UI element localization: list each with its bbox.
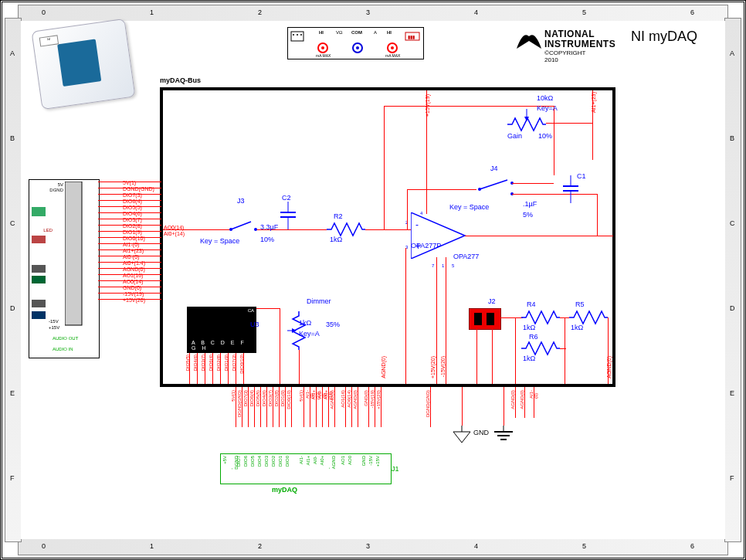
j3-note: Key = Space: [200, 237, 239, 245]
switch-j3-icon: [228, 220, 259, 239]
bus-label: myDAQ-Bus: [160, 76, 201, 84]
op-type: OPA277: [453, 253, 479, 260]
bus-bottom: [160, 384, 615, 387]
gain-tol: 10%: [538, 132, 552, 140]
dimmer-key: Key=A: [299, 330, 320, 338]
c1-tol: 5%: [523, 211, 533, 219]
res-r5-icon: [569, 310, 608, 325]
r2-ref: R2: [334, 212, 343, 220]
svg-rect-0: [291, 32, 303, 41]
svg-marker-20: [411, 212, 465, 259]
cap-c2-icon: [279, 202, 297, 232]
svg-point-3: [300, 34, 302, 36]
meter-hi2: HI: [387, 30, 392, 35]
dimmer-ref: Dimmer: [307, 297, 331, 305]
wire-j3-in: [163, 229, 232, 230]
logo-copy: ©COPYRIGHT 2010: [544, 49, 585, 63]
gain-key: Key=A: [537, 104, 558, 112]
res-r6-icon: [521, 341, 560, 356]
ruler-left: A B C D E F: [5, 18, 22, 542]
inst-icon-5: [32, 300, 46, 307]
meter-vo: VΩ: [336, 30, 343, 35]
meter-ma: mA MAX: [316, 53, 331, 58]
c2-tol: 10%: [260, 236, 274, 243]
c1-ref: C1: [577, 172, 586, 180]
svg-point-7: [356, 46, 359, 49]
res-r4-icon: [521, 310, 560, 325]
op-ref: OPA277P: [411, 242, 441, 249]
svg-text:▮▮▮: ▮▮▮: [408, 35, 415, 39]
u3-ref: U3: [250, 321, 259, 328]
svg-point-5: [321, 46, 324, 49]
inst-icon-3: [32, 265, 46, 273]
svg-point-2: [297, 34, 298, 36]
j3-ref: J3: [237, 197, 245, 205]
svg-text:-: -: [415, 219, 419, 230]
meter-com: COM: [351, 30, 362, 35]
j4-ref: J4: [490, 165, 498, 172]
inst-icon-2: [32, 236, 46, 243]
r2-val: 1kΩ: [330, 236, 342, 243]
r4-val: 1kΩ: [523, 324, 535, 331]
inst-icon-1: [32, 207, 46, 216]
net-ai0p: AI0+(14): [164, 231, 185, 236]
wire-op-out: [465, 236, 613, 236]
pot-gain-icon: [507, 109, 546, 132]
meter-hi1: HI: [319, 30, 324, 35]
cap-c1-icon: [561, 175, 580, 206]
dip-j2: [469, 308, 501, 330]
svg-point-1: [293, 34, 294, 36]
ni-logo: NATIONAL INSTRUMENTS ©COPYRIGHT 2010: [515, 27, 543, 55]
connector-pins-icon: [65, 182, 99, 328]
j2-ref: J2: [488, 297, 496, 305]
svg-rect-12: [65, 182, 82, 325]
schematic-canvas[interactable]: NI ▮▮▮ HI VΩ COM A HI mA MAX mA MAX: [21, 21, 725, 539]
connector-pin-labels: 5V(1) DGND(GND) DIO7(3) DIO6(4) DIO5(5) …: [123, 180, 154, 304]
logo-line1: NATIONAL: [544, 29, 595, 39]
opamp-icon: - +: [411, 212, 473, 259]
r6-val: 1kΩ: [523, 355, 535, 362]
svg-line-26: [480, 180, 507, 189]
r6-ref: R6: [529, 333, 538, 341]
net-ai1p23: AI1+(23): [591, 92, 596, 113]
page-title: NI myDAQ: [631, 29, 697, 45]
svg-line-15: [231, 222, 251, 229]
chip-u3: CA A B C D E F G H: [187, 307, 256, 353]
j4-note: Key = Space: [449, 203, 489, 211]
bus-top: [160, 87, 615, 90]
bus-right: [612, 87, 615, 387]
ruler-right: A B C D E F: [724, 18, 741, 542]
dimmer-tol: 35%: [326, 321, 340, 328]
j1-ref: J1: [392, 465, 399, 473]
switch-j4-icon: [476, 174, 515, 197]
svg-point-9: [391, 46, 394, 49]
gnd-earth-icon: [492, 426, 515, 444]
c2-ref: C2: [282, 194, 291, 202]
c1-val: .1µF: [523, 200, 537, 208]
r5-val: 1kΩ: [571, 324, 583, 331]
res-r2-icon: [327, 222, 365, 237]
svg-marker-36: [453, 432, 470, 443]
meter-ma2: mA MAX: [385, 53, 400, 58]
inst-icon-6: [32, 311, 46, 319]
c2-val: 3.3µF: [260, 223, 278, 231]
ruler-top: 0 1 2 3 4 5 6: [18, 5, 728, 22]
ruler-bottom: 0 1 2 3 4 5 6: [18, 538, 728, 555]
gnd-signal-icon: [450, 426, 473, 444]
mydaq-photo: NI: [31, 19, 135, 110]
gain-ref: Gain: [507, 132, 522, 140]
logo-line2: INSTRUMENTS: [544, 39, 615, 49]
bottom-drop-5: [430, 387, 431, 427]
dimmer-val: 1kΩ: [299, 319, 311, 327]
inst-icon-4: [32, 276, 46, 283]
connector-block: 5V DGND LED -15V +15V AUDIO OUT AUDIO IN: [29, 179, 100, 358]
schematic-frame: 0 1 2 3 4 5 6 0 1 2 3 4 5 6 A B C D E F …: [0, 0, 746, 560]
r5-ref: R5: [575, 300, 585, 308]
meter-a: A: [374, 30, 377, 35]
j1-label: myDAQ: [272, 486, 297, 494]
multimeter-panel: ▮▮▮ HI VΩ COM A HI mA MAX mA MAX: [287, 27, 424, 59]
gain-val: 10kΩ: [537, 94, 553, 102]
r4-ref: R4: [527, 300, 536, 308]
ni-eagle-icon: [515, 27, 543, 55]
gnd-label: GND: [473, 429, 489, 436]
